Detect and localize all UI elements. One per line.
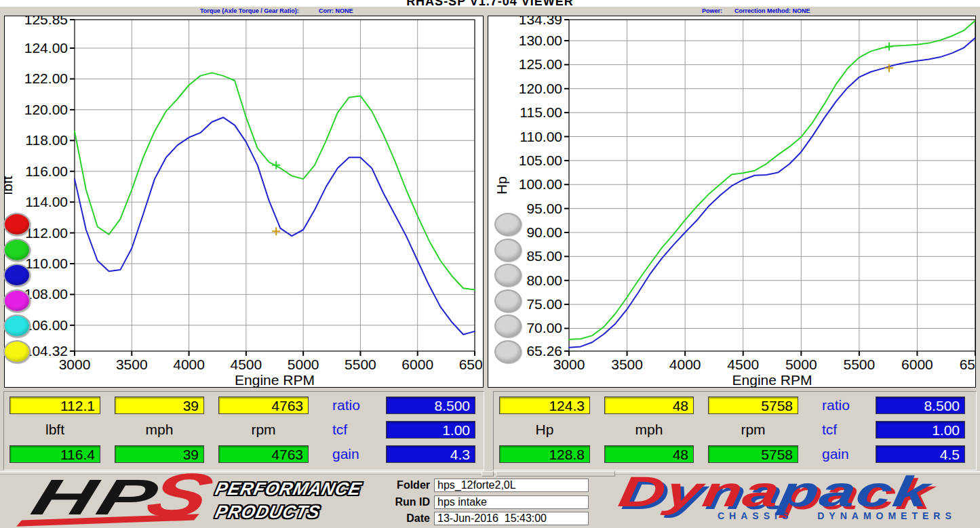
torque-cursor1-mph: 39	[115, 397, 204, 414]
rpm-unit-label: rpm	[708, 421, 798, 439]
dynapack-pack-text: pack	[776, 468, 934, 515]
svg-text:110.00: 110.00	[520, 129, 562, 144]
svg-text:116.00: 116.00	[25, 163, 68, 179]
svg-text:Hp: Hp	[494, 176, 509, 195]
torque-cursor2-rpm: 4763	[218, 445, 309, 463]
svg-text:5000: 5000	[785, 357, 817, 372]
power-cursor1-rpm: 5758	[708, 397, 798, 414]
svg-text:90.00: 90.00	[526, 224, 562, 240]
torque-cursor1-value: 112.1	[9, 397, 100, 414]
mph-unit-label: mph	[115, 421, 204, 439]
svg-text:110.00: 110.00	[25, 256, 68, 271]
gain-value: 4.3	[386, 445, 475, 463]
power-cursor1-value: 124.3	[499, 397, 590, 414]
curve-color-button-blue[interactable]	[3, 264, 31, 287]
curve-color-button-yellow[interactable]	[3, 340, 31, 363]
folder-label: Folder	[385, 479, 430, 491]
window-title: RHAS-SP V1.7-04 VIEWER	[0, 0, 980, 9]
svg-text:85.00: 85.00	[526, 248, 562, 264]
power-cursor2-rpm: 5758	[708, 445, 798, 463]
tcf-value: 1.00	[386, 421, 475, 439]
svg-text:125.00: 125.00	[519, 56, 562, 72]
dynapack-tagline: CHASSISDYNAMOMETERS	[718, 510, 956, 521]
svg-text:124.00: 124.00	[24, 40, 68, 56]
date-field-row: Date 13-Jun-2016 15:43:00	[385, 512, 595, 526]
svg-text:134.39: 134.39	[519, 16, 562, 27]
mph-unit-label: mph	[604, 421, 694, 439]
power-chart[interactable]: 134.39130.00125.00120.00115.00110.00105.…	[488, 16, 975, 387]
torque-unit-label: lbft	[9, 421, 100, 439]
tcf-label: tcf	[332, 421, 383, 439]
hps-performance-text: PERFORMANCE	[213, 479, 364, 500]
svg-text:108.00: 108.00	[24, 286, 68, 302]
curve-color-button-green[interactable]	[3, 239, 31, 262]
svg-text:5500: 5500	[345, 357, 376, 372]
svg-text:6500: 6500	[459, 357, 483, 372]
power-data-panel: 124.3 48 5758 Hp mph rpm 128.8 48 5758 r…	[493, 391, 977, 470]
dynapack-chassis-text: CHASSIS	[718, 510, 793, 521]
footer-tab-small	[482, 471, 494, 476]
ratio-label: ratio	[822, 397, 872, 414]
ratio-value: 8.500	[386, 397, 475, 414]
date-label: Date	[385, 512, 430, 525]
ratio-label: ratio	[332, 397, 383, 414]
hps-products-text: PRODUCTS	[213, 502, 322, 523]
torque-chart[interactable]: 125.85124.00122.00120.00118.00116.00114.…	[5, 16, 483, 387]
curve-color-button-red[interactable]	[3, 213, 31, 236]
svg-text:lbft: lbft	[5, 176, 15, 195]
svg-text:4500: 4500	[230, 357, 262, 372]
runid-field-row: Run ID hps intake	[385, 495, 595, 510]
curve-color-button-gray-5[interactable]	[494, 314, 522, 338]
footer-tab-wide	[496, 471, 615, 476]
svg-text:5500: 5500	[843, 357, 875, 372]
ratio-value: 8.500	[876, 397, 965, 414]
folder-input[interactable]: hps_12forte2,0L	[434, 479, 589, 492]
svg-text:115.00: 115.00	[520, 104, 562, 120]
dynapack-dynamometers-text: DYNAMOMETERS	[817, 510, 956, 521]
date-input[interactable]: 13-Jun-2016 15:43:00	[434, 512, 589, 525]
torque-chart-panel: 125.85124.00122.00120.00118.00116.00114.…	[4, 16, 484, 388]
viewer-window: RHAS-SP V1.7-04 VIEWER Torque (Axle Torq…	[0, 0, 980, 528]
gain-label: gain	[822, 445, 872, 463]
power-cursor2-mph: 48	[604, 445, 694, 463]
svg-text:114.00: 114.00	[25, 194, 68, 209]
curve-color-button-gray-6[interactable]	[494, 340, 522, 363]
svg-text:3500: 3500	[116, 357, 148, 372]
svg-text:80.00: 80.00	[526, 272, 562, 288]
svg-text:95.00: 95.00	[526, 201, 562, 216]
curve-color-button-gray-2[interactable]	[494, 239, 522, 262]
tcf-label: tcf	[822, 421, 872, 439]
svg-text:6000: 6000	[901, 357, 933, 372]
svg-text:Engine RPM: Engine RPM	[732, 372, 812, 387]
svg-text:100.00: 100.00	[519, 176, 562, 192]
torque-cursor2-value: 116.4	[9, 445, 100, 463]
svg-text:120.00: 120.00	[24, 102, 68, 117]
svg-text:6000: 6000	[401, 357, 433, 372]
curve-color-button-gray-4[interactable]	[494, 289, 522, 312]
dynapack-wordmark: Dynapack	[616, 470, 933, 512]
folder-field-row: Folder hps_12forte2,0L	[385, 479, 595, 493]
svg-text:112.00: 112.00	[25, 225, 68, 241]
power-cursor1-mph: 48	[604, 397, 694, 414]
runid-label: Run ID	[385, 496, 430, 508]
svg-text:120.00: 120.00	[519, 81, 562, 96]
svg-text:122.00: 122.00	[24, 70, 68, 86]
svg-text:6500: 6500	[960, 357, 975, 372]
svg-text:Engine RPM: Engine RPM	[235, 372, 315, 387]
curve-color-button-gray-3[interactable]	[494, 264, 522, 287]
power-cursor2-value: 128.8	[499, 445, 590, 463]
curve-color-button-magenta[interactable]	[3, 289, 31, 312]
torque-cursor1-rpm: 4763	[218, 397, 309, 414]
svg-text:70.00: 70.00	[526, 320, 562, 336]
svg-text:118.00: 118.00	[25, 132, 68, 148]
runid-input[interactable]: hps intake	[434, 495, 589, 509]
gain-label: gain	[332, 445, 383, 463]
curve-color-button-cyan[interactable]	[3, 314, 31, 338]
svg-text:105.00: 105.00	[519, 153, 562, 168]
curve-color-button-gray-1[interactable]	[494, 213, 522, 236]
svg-text:5000: 5000	[288, 357, 319, 372]
dynapack-dyna-text: Dyna	[615, 468, 783, 515]
svg-text:125.85: 125.85	[24, 16, 68, 27]
svg-text:4000: 4000	[669, 357, 701, 372]
svg-text:4000: 4000	[173, 357, 205, 372]
